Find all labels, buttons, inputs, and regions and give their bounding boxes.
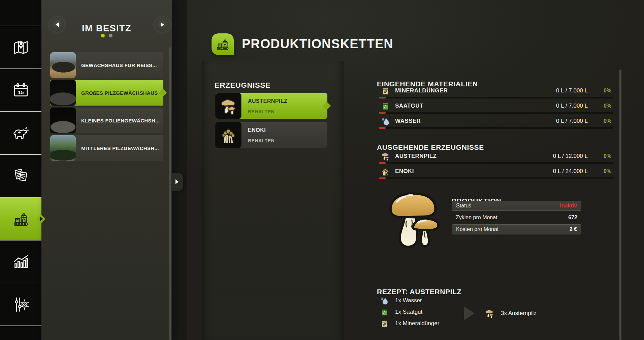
- costs-value: 2 €: [570, 226, 577, 232]
- fill-progress-bar: [379, 112, 613, 114]
- building-thumbnail: [50, 108, 76, 133]
- sidebar-item-map[interactable]: [0, 26, 41, 68]
- stats-icon: [11, 252, 30, 271]
- sidebar-item-production[interactable]: [0, 198, 41, 240]
- building-label: GEWÄCHSHAUS FÜR REISS...: [81, 52, 161, 78]
- recipe-input-row: 1x Wasser: [376, 295, 613, 306]
- production-status-block: PRODUKTION Status Inaktiv Zyklen pro Mon…: [376, 187, 613, 268]
- building-list-item[interactable]: GEWÄCHSHAUS FÜR REISS...: [50, 52, 163, 78]
- owned-panel-title: IM BESITZ: [41, 23, 172, 34]
- water-drop-icon: [380, 295, 389, 306]
- sidebar-empty-slot: [0, 326, 41, 340]
- building-list-scrollbar[interactable]: [169, 47, 171, 340]
- sidebar-item-calendar[interactable]: 15: [0, 69, 41, 111]
- page-title: PRODUKTIONSKETTEN: [242, 37, 393, 51]
- material-fill-level: 0 L / 7.000 L: [556, 87, 588, 94]
- sidebar: 15: [0, 0, 41, 340]
- material-row: ENOKI 0 L / 24.000 L 0%: [376, 166, 613, 181]
- material-percent: 0%: [592, 88, 611, 94]
- material-row: MINERALDÜNGER 0 L / 7.000 L 0%: [376, 85, 613, 100]
- panel-expander-handle[interactable]: [172, 173, 183, 191]
- material-row: WASSER 0 L / 7.000 L 0%: [376, 115, 613, 131]
- fertilizer-bag-icon: [380, 85, 390, 96]
- recipe-output-label: 3x Austernpilz: [501, 310, 537, 317]
- sidebar-item-contracts[interactable]: [0, 155, 41, 197]
- seed-bag-icon: [380, 101, 390, 111]
- material-name: WASSER: [395, 118, 551, 124]
- product-name: AUSTERNPILZ: [248, 98, 288, 104]
- water-drop-icon: [380, 116, 390, 126]
- material-percent: 0%: [592, 168, 611, 174]
- sidebar-item-animals[interactable]: [0, 112, 41, 154]
- product-name: ENOKI: [248, 127, 266, 133]
- recipe-input-row: 1x Mineraldünger: [376, 318, 613, 329]
- products-panel: ERZEUGNISSE AUSTERNPILZ BEHALTEN ENOKI: [202, 61, 344, 340]
- next-page-button[interactable]: [155, 18, 169, 32]
- seed-bag-icon: [380, 307, 389, 317]
- building-label: MITTLERES PILZGEWÄCHSH...: [81, 135, 161, 161]
- costs-label: Kosten pro Monat: [456, 226, 570, 232]
- material-fill-level: 0 L / 24.000 L: [553, 168, 588, 175]
- sidebar-empty-slot: [0, 0, 41, 26]
- page-header: PRODUKTIONSKETTEN: [212, 28, 393, 60]
- chevron-right-icon: [175, 179, 179, 184]
- fertilizer-bag-icon: [380, 318, 389, 329]
- cow-icon: [11, 124, 30, 143]
- material-percent: 0%: [592, 103, 611, 109]
- cycles-value: 672: [568, 215, 577, 221]
- oyster-mushroom-icon: [380, 151, 390, 162]
- sidebar-item-settings[interactable]: [0, 283, 41, 325]
- fill-progress-bar: [379, 162, 613, 164]
- material-fill-level: 0 L / 7.000 L: [556, 103, 588, 109]
- status-row: Status Inaktiv: [452, 201, 581, 211]
- material-name: MINERALDÜNGER: [395, 87, 551, 94]
- enoki-mushroom-icon: [219, 125, 238, 145]
- material-percent: 0%: [592, 153, 611, 159]
- fill-progress-bar: [379, 177, 613, 179]
- product-item-selected[interactable]: AUSTERNPILZ BEHALTEN: [216, 93, 327, 119]
- recipe-input-label: 1x Wasser: [395, 297, 422, 304]
- building-list-item[interactable]: MITTLERES PILZGEWÄCHSH...: [50, 135, 163, 161]
- product-item[interactable]: ENOKI BEHALTEN: [216, 122, 327, 148]
- product-mode: BEHALTEN: [248, 138, 275, 143]
- recipe-input-label: 1x Mineraldünger: [395, 320, 439, 327]
- map-icon: [11, 38, 30, 57]
- incoming-rows: MINERALDÜNGER 0 L / 7.000 L 0% SAATGUT 0…: [376, 85, 613, 131]
- page-dot-active[interactable]: [101, 34, 105, 37]
- material-percent: 0%: [592, 118, 611, 124]
- fill-progress-bar: [379, 97, 613, 98]
- building-label: GROßES PILZGEWÄCHSHAUS: [81, 80, 161, 106]
- material-name: AUSTERNPILZ: [395, 153, 548, 160]
- cycles-label: Zyklen pro Monat: [456, 215, 568, 221]
- building-list-item-selected[interactable]: GROßES PILZGEWÄCHSHAUS: [50, 80, 163, 106]
- owned-buildings-panel: IM BESITZ GEWÄCHSHAUS FÜR REISS... GROßE…: [41, 0, 172, 340]
- page-dot[interactable]: [109, 34, 112, 37]
- production-icon: [215, 36, 230, 52]
- material-name: ENOKI: [395, 168, 548, 175]
- building-thumbnail: [50, 135, 76, 161]
- recipe-output-row: 3x Austernpilz: [484, 307, 537, 319]
- recipe-input-label: 1x Saatgut: [395, 309, 422, 315]
- building-list-item[interactable]: KLEINES FOLIENGEWÄCHSH...: [50, 108, 163, 133]
- building-thumbnail: [50, 80, 76, 106]
- active-tab-arrow-icon: [40, 217, 43, 221]
- settings-icon: [11, 295, 30, 314]
- costs-row: Kosten pro Monat 2 €: [452, 224, 581, 234]
- fill-progress-bar: [379, 127, 613, 129]
- recipe-arrow-icon: [464, 306, 475, 320]
- material-name: SAATGUT: [395, 103, 551, 109]
- pagination-dots: [41, 34, 172, 37]
- cycles-row: Zyklen pro Monat 672: [452, 213, 581, 223]
- material-row: AUSTERNPILZ 0 L / 12.000 L 0%: [376, 150, 613, 166]
- sidebar-item-statistics[interactable]: [0, 240, 41, 283]
- outgoing-rows: AUSTERNPILZ 0 L / 12.000 L 0% ENOKI 0 L …: [376, 150, 613, 181]
- product-list: AUSTERNPILZ BEHALTEN ENOKI BEHALTEN: [216, 93, 327, 151]
- building-list: GEWÄCHSHAUS FÜR REISS... GROßES PILZGEWÄ…: [50, 52, 163, 163]
- details-scrollbar[interactable]: [619, 69, 621, 340]
- production-rows: Status Inaktiv Zyklen pro Monat 672 Kost…: [452, 201, 581, 236]
- recipe-block: 1x Wasser 1x Saatgut 1x Mineraldünger 3x…: [376, 295, 613, 339]
- products-title: ERZEUGNISSE: [215, 81, 271, 90]
- building-label: KLEINES FOLIENGEWÄCHSH...: [81, 108, 161, 133]
- main-panel: PRODUKTIONSKETTEN ERZEUGNISSE AUSTERNPIL…: [187, 0, 644, 340]
- material-row: SAATGUT 0 L / 7.000 L 0%: [376, 100, 613, 115]
